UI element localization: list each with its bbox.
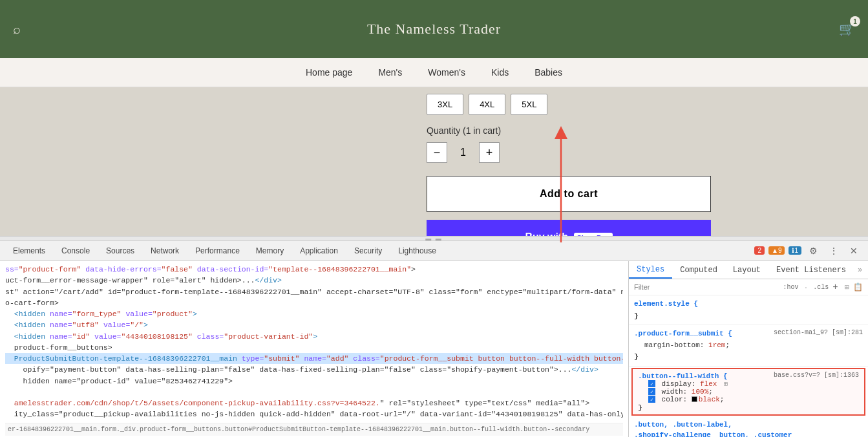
- devtools-panel: Elements Console Sources Network Perform…: [0, 239, 868, 437]
- tab-sources[interactable]: Sources: [100, 244, 141, 258]
- styles-panel: Styles Computed Layout Event Listeners »…: [629, 261, 868, 437]
- error-badge: 2: [754, 246, 765, 255]
- style-rule-button-label: .button, .button-label,.shopify-challeng…: [629, 417, 868, 437]
- add-style-button[interactable]: +: [832, 282, 838, 292]
- devtools-body: ss="product-form" data-hide-errors="fals…: [0, 261, 868, 437]
- html-line: opify="payment-button" data-has-selling-…: [5, 364, 623, 375]
- styles-filter-bar: :hov · .cls + ⊞ 📋: [629, 279, 868, 295]
- tab-performance[interactable]: Performance: [189, 244, 246, 258]
- styles-tab-bar: Styles Computed Layout Event Listeners »: [629, 261, 868, 279]
- info-badge: ℹ1: [789, 246, 801, 255]
- property-checkbox-display[interactable]: ✓: [648, 380, 655, 387]
- site-header: ⌕ The Nameless Trader 🛒 1: [0, 0, 868, 58]
- html-panel: ss="product-form" data-hide-errors="fals…: [0, 261, 629, 437]
- website-area: ⌕ The Nameless Trader 🛒 1 Home page Men'…: [0, 0, 868, 239]
- site-navigation: Home page Men's Women's Kids Babies: [0, 58, 868, 87]
- html-line: uct-form__error-message-wrapper" role="a…: [5, 275, 623, 286]
- nav-kids[interactable]: Kids: [491, 67, 509, 78]
- quantity-label: Quantity (1 in cart): [427, 125, 868, 136]
- styles-tab-computed[interactable]: Computed: [672, 261, 725, 279]
- product-area: 3XL 4XL 5XL Quantity (1 in cart) − 1 + A…: [0, 87, 868, 239]
- tab-network[interactable]: Network: [144, 244, 185, 258]
- styles-tab-event-listeners[interactable]: Event Listeners: [768, 261, 854, 279]
- quantity-value: 1: [460, 147, 466, 158]
- warning-badge: ▲9: [768, 246, 785, 255]
- styles-filter-input[interactable]: [634, 283, 779, 291]
- tab-application[interactable]: Application: [293, 244, 344, 258]
- html-line-selected[interactable]: ProductSubmitButton-template--1684839622…: [5, 353, 623, 364]
- html-line: hidden name="product-id" value="82534627…: [5, 376, 623, 387]
- tab-memory[interactable]: Memory: [249, 244, 290, 258]
- nav-womens[interactable]: Women's: [428, 67, 465, 78]
- styles-tab-styles[interactable]: Styles: [629, 261, 672, 279]
- html-line: ity_class="product__pickup-availabilitie…: [5, 409, 623, 420]
- styles-icon-1[interactable]: ⊞: [845, 282, 849, 292]
- html-line: st" action="/cart/add" id="product-form-…: [5, 286, 623, 297]
- html-line: product-form__buttons>: [5, 342, 623, 353]
- styles-icon-2[interactable]: 📋: [853, 282, 863, 292]
- tab-lighthouse[interactable]: Lighthouse: [392, 244, 443, 258]
- devtools-tab-bar: Elements Console Sources Network Perform…: [0, 240, 868, 261]
- filter-pseudo-button[interactable]: :hov: [783, 284, 798, 291]
- style-rule-product-form-submit: .product-form__submit {section-mai_9? [s…: [629, 325, 868, 367]
- devtools-close-button[interactable]: ✕: [846, 244, 862, 257]
- styles-tab-layout[interactable]: Layout: [725, 261, 768, 279]
- devtools-resize-handle[interactable]: ▬ ▬: [0, 236, 868, 241]
- property-checkbox-color[interactable]: ✓: [648, 396, 655, 403]
- style-rule-element: element.style { }: [629, 295, 868, 325]
- filter-cls-button[interactable]: .cls: [813, 284, 829, 291]
- size-buttons: 3XL 4XL 5XL: [427, 94, 868, 115]
- size-5xl[interactable]: 5XL: [511, 94, 547, 115]
- nav-babies[interactable]: Babies: [535, 67, 562, 78]
- devtools-more-button[interactable]: ⋮: [825, 244, 842, 257]
- nav-mens[interactable]: Men's: [378, 67, 402, 78]
- style-rule-button-full-width: .button--full-width {base.css?v=? [sm]:1…: [631, 368, 865, 416]
- tab-elements[interactable]: Elements: [6, 244, 52, 258]
- html-line: ss="product-form" data-hide-errors="fals…: [5, 264, 623, 275]
- quantity-increase[interactable]: +: [479, 142, 500, 163]
- site-title: The Nameless Trader: [367, 21, 501, 37]
- html-breadcrumb-line: er-16848396222701__main.form._div.produc…: [5, 423, 623, 436]
- devtools-settings-button[interactable]: ⚙: [805, 244, 821, 257]
- html-line: o-cart-form>: [5, 297, 623, 308]
- html-line: amelesstrader.com/cdn/shop/t/5/assets/co…: [5, 398, 623, 409]
- quantity-decrease[interactable]: −: [427, 142, 447, 163]
- tab-console[interactable]: Console: [55, 244, 96, 258]
- devtools-tab-icons: 2 ▲9 ℹ1 ⚙ ⋮ ✕: [754, 244, 862, 257]
- property-checkbox-width[interactable]: ✓: [648, 388, 655, 395]
- search-icon[interactable]: ⌕: [13, 22, 21, 37]
- html-line: [5, 387, 623, 398]
- tab-security[interactable]: Security: [348, 244, 388, 258]
- styles-tab-more[interactable]: »: [854, 261, 866, 279]
- size-4xl[interactable]: 4XL: [469, 94, 505, 115]
- html-line: <hidden name="id" value="44340108198125"…: [5, 331, 623, 342]
- quantity-control: − 1 +: [427, 142, 868, 163]
- html-line: <hidden name="form_type" value="product"…: [5, 308, 623, 319]
- nav-homepage[interactable]: Home page: [306, 67, 352, 78]
- cart-icon[interactable]: 🛒 1: [839, 21, 855, 37]
- add-to-cart-button[interactable]: Add to cart: [427, 176, 711, 212]
- html-line: <hidden name="utf8" value="/">: [5, 319, 623, 330]
- size-3xl[interactable]: 3XL: [427, 94, 463, 115]
- color-swatch-black: [692, 396, 697, 402]
- cart-badge: 1: [850, 16, 860, 27]
